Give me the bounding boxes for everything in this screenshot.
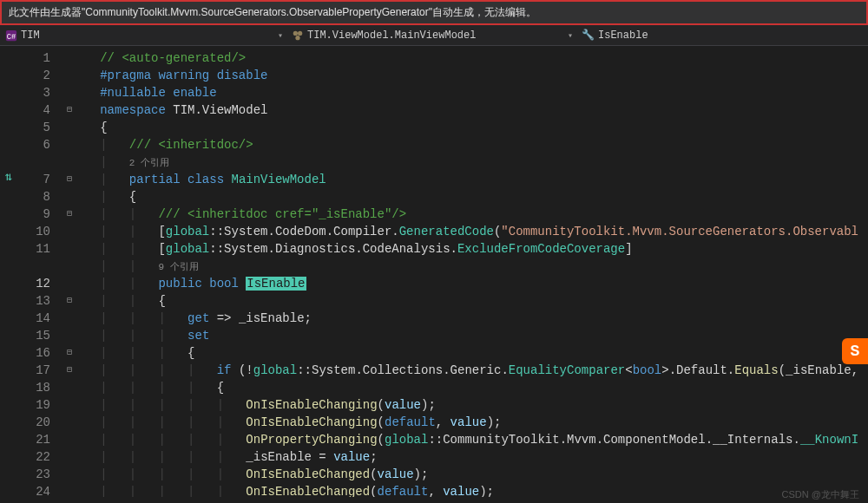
fold-toggle[interactable]: ⊟ xyxy=(61,344,78,362)
code-line[interactable]: | | 9 个引用 xyxy=(78,258,868,275)
line-number[interactable]: 17 xyxy=(17,362,50,379)
line-number[interactable]: 11 xyxy=(17,240,50,258)
fold-toggle xyxy=(61,136,78,154)
code-line[interactable]: | | | | | _isEnable = value; xyxy=(78,448,868,466)
line-number[interactable]: 16 xyxy=(17,344,50,362)
code-line[interactable]: { xyxy=(78,119,868,136)
fold-toggle xyxy=(61,119,78,136)
fold-toggle xyxy=(61,483,78,500)
code-area[interactable]: // <auto-generated/> #pragma warning dis… xyxy=(78,46,868,497)
fold-toggle xyxy=(61,154,78,171)
code-line[interactable]: | | [global::System.Diagnostics.CodeAnal… xyxy=(78,240,868,258)
code-line[interactable]: | | [global::System.CodeDom.Compiler.Gen… xyxy=(78,223,868,240)
line-number[interactable]: 23 xyxy=(17,466,50,483)
csharp-project-icon: C# xyxy=(5,29,17,42)
code-line[interactable]: #pragma warning disable xyxy=(78,67,868,84)
fold-toggle xyxy=(61,188,78,206)
fold-toggle[interactable]: ⊟ xyxy=(61,362,78,379)
breadcrumb-class-label: TIM.ViewModel.MainViewModel xyxy=(307,29,476,42)
code-line[interactable]: | | | set xyxy=(78,327,868,344)
code-line[interactable]: | | public bool IsEnable xyxy=(78,275,868,292)
line-number[interactable]: 5 xyxy=(17,119,50,136)
fold-toggle xyxy=(61,275,78,292)
line-number[interactable]: 24 xyxy=(17,483,50,500)
class-icon xyxy=(292,29,304,42)
fold-toggle xyxy=(61,223,78,240)
info-message: 此文件由生成器"CommunityToolkit.Mvvm.SourceGene… xyxy=(9,6,536,18)
code-line[interactable]: | { xyxy=(78,188,868,206)
line-number[interactable]: 9 xyxy=(17,206,50,223)
code-line[interactable]: | | | | | OnIsEnableChanged(value); xyxy=(78,466,868,483)
line-number[interactable]: 8 xyxy=(17,188,50,206)
code-line[interactable]: | | | | { xyxy=(78,379,868,396)
fold-toggle xyxy=(61,84,78,101)
chevron-down-icon[interactable]: ▾ xyxy=(568,30,573,41)
code-line[interactable]: | | | | | OnIsEnableChanging(default, va… xyxy=(78,414,868,431)
code-line[interactable]: #nullable enable xyxy=(78,84,868,101)
code-line[interactable]: | | { xyxy=(78,292,868,310)
generator-info-bar: 此文件由生成器"CommunityToolkit.Mvvm.SourceGene… xyxy=(0,0,868,25)
line-number[interactable]: 6 xyxy=(17,136,50,154)
fold-toggle[interactable]: ⊟ xyxy=(61,171,78,188)
line-number-gutter[interactable]: 123456789101112131415161718192021222324 xyxy=(17,46,61,497)
fold-toggle[interactable]: ⊟ xyxy=(61,206,78,223)
fold-toggle xyxy=(61,240,78,258)
line-number[interactable]: 13 xyxy=(17,292,50,310)
wrench-icon: 🔧 xyxy=(582,29,595,42)
code-line[interactable]: | | | | | OnIsEnableChanging(value); xyxy=(78,396,868,414)
fold-toggle[interactable]: ⊟ xyxy=(61,101,78,119)
fold-toggle xyxy=(61,431,78,448)
line-number[interactable]: 21 xyxy=(17,431,50,448)
svg-text:C#: C# xyxy=(7,32,16,41)
line-number[interactable]: 10 xyxy=(17,223,50,240)
code-line[interactable]: | | | { xyxy=(78,344,868,362)
line-number[interactable]: 19 xyxy=(17,396,50,414)
breadcrumb-member[interactable]: 🔧 IsEnable xyxy=(582,29,648,42)
line-number[interactable]: 1 xyxy=(17,49,50,67)
code-line[interactable]: namespace TIM.ViewModel xyxy=(78,101,868,119)
code-line[interactable]: | | | get => _isEnable; xyxy=(78,310,868,327)
glyph-margin: ⇅ xyxy=(0,46,17,497)
line-number[interactable]: 18 xyxy=(17,379,50,396)
fold-toggle xyxy=(61,258,78,275)
code-line[interactable]: | /// <inheritdoc/> xyxy=(78,136,868,154)
line-number[interactable]: 4 xyxy=(17,101,50,119)
watermark: CSDN @龙中舞王 xyxy=(782,488,859,501)
fold-toggle xyxy=(61,379,78,396)
code-line[interactable]: | | /// <inheritdoc cref="_isEnable"/> xyxy=(78,206,868,223)
code-line[interactable]: | | | | | OnIsEnableChanged(default, val… xyxy=(78,483,868,497)
line-number[interactable]: 3 xyxy=(17,84,50,101)
line-number[interactable]: 7 xyxy=(17,171,50,188)
line-number[interactable]: 14 xyxy=(17,310,50,327)
code-line[interactable]: | | | | | OnPropertyChanging(global::Com… xyxy=(78,431,868,448)
fold-toggle xyxy=(61,448,78,466)
fold-toggle[interactable]: ⊟ xyxy=(61,292,78,310)
code-editor: ⇅ 12345678910111213141516171819202122232… xyxy=(0,46,868,497)
code-line[interactable]: | | | | if (!global::System.Collections.… xyxy=(78,362,868,379)
breadcrumb-member-label: IsEnable xyxy=(598,29,648,42)
breadcrumb-project-label: TIM xyxy=(21,29,40,42)
svg-point-4 xyxy=(295,36,299,40)
code-line[interactable]: | partial class MainViewModel xyxy=(78,171,868,188)
breadcrumb-class[interactable]: TIM.ViewModel.MainViewModel xyxy=(292,29,476,42)
chevron-down-icon[interactable]: ▾ xyxy=(278,30,283,41)
code-line[interactable]: | 2 个引用 xyxy=(78,154,868,171)
line-number[interactable]: 22 xyxy=(17,448,50,466)
breadcrumb-project[interactable]: C# TIM xyxy=(5,29,40,42)
line-number[interactable]: 12 xyxy=(17,275,50,292)
svg-point-3 xyxy=(298,30,302,35)
line-number[interactable] xyxy=(17,258,50,275)
fold-toggle xyxy=(61,49,78,67)
fold-toggle xyxy=(61,327,78,344)
fold-column[interactable]: ⊟⊟⊟⊟⊟⊟ xyxy=(61,46,78,497)
line-number[interactable]: 15 xyxy=(17,327,50,344)
code-line[interactable]: // <auto-generated/> xyxy=(78,49,868,67)
line-number[interactable]: 2 xyxy=(17,67,50,84)
breadcrumb-bar: C# TIM ▾ TIM.ViewModel.MainViewModel ▾ 🔧… xyxy=(0,25,868,46)
fold-toggle xyxy=(61,67,78,84)
svg-point-2 xyxy=(293,30,298,35)
references-glyph-icon[interactable]: ⇅ xyxy=(0,167,17,186)
line-number[interactable]: 20 xyxy=(17,414,50,431)
line-number[interactable] xyxy=(17,154,50,171)
fold-toggle xyxy=(61,414,78,431)
